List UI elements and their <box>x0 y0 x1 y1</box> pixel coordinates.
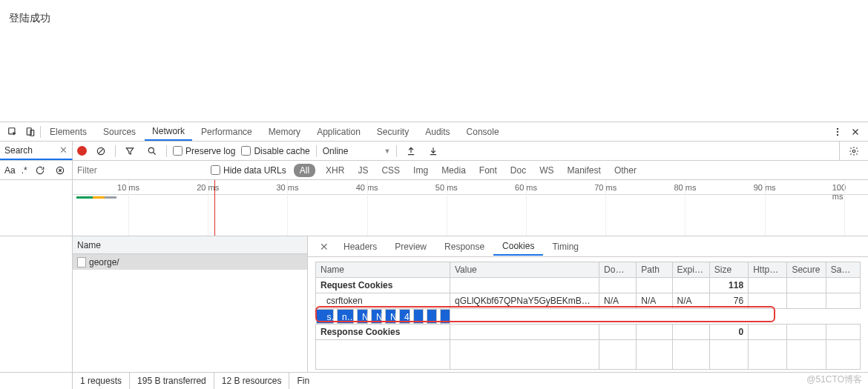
response-cookies-section: Response Cookies 0 <box>316 325 861 340</box>
tab-application[interactable]: Application <box>309 124 368 140</box>
download-har-icon[interactable] <box>425 143 441 159</box>
tab-security[interactable]: Security <box>369 124 416 140</box>
tab-sources[interactable]: Sources <box>96 124 143 140</box>
tab-network[interactable]: Network <box>145 123 192 141</box>
section-label: Request Cookies <box>316 278 450 293</box>
col-secure[interactable]: Secure <box>787 262 826 278</box>
request-list: Name george/ <box>73 236 308 372</box>
gear-icon[interactable] <box>846 143 862 159</box>
status-requests: 1 requests <box>73 373 130 389</box>
filter-type-manifest[interactable]: Manifest <box>565 164 604 177</box>
cookie-domain: N/A <box>357 309 368 324</box>
col-expires[interactable]: Expi… <box>672 262 709 278</box>
page-content: 登陆成功 <box>0 0 868 122</box>
svg-point-7 <box>148 147 154 153</box>
toolbar-divider <box>316 145 317 157</box>
svg-point-4 <box>837 130 838 132</box>
cookie-row[interactable]: csrftoken qGLlQKbf67QPNaY5GyBEKmBWVPD… N… <box>316 293 861 309</box>
tab-console[interactable]: Console <box>459 124 507 140</box>
detail-tab-preview[interactable]: Preview <box>386 239 435 255</box>
filter-toolbar: Aa .* Hide data URLs All XHR JS CSS Img … <box>0 161 868 180</box>
filter-type-ws[interactable]: WS <box>536 164 556 177</box>
cookie-path: N/A <box>371 309 382 324</box>
clear-icon[interactable] <box>93 143 109 159</box>
timeline-request-bar[interactable] <box>76 196 116 199</box>
status-resources: 12 B resources <box>214 373 290 389</box>
detail-tab-headers[interactable]: Headers <box>335 239 386 255</box>
inspect-icon[interactable] <box>4 124 21 140</box>
load-marker <box>214 180 215 236</box>
name-column-header: Name <box>77 240 101 250</box>
tab-elements[interactable]: Elements <box>42 124 94 140</box>
search-drawer-tab[interactable]: Search ✕ <box>0 142 73 160</box>
filter-type-css[interactable]: CSS <box>378 164 403 177</box>
hide-data-urls-checkbox[interactable]: Hide data URLs <box>211 165 286 176</box>
filter-type-other[interactable]: Other <box>611 164 640 177</box>
col-path[interactable]: Path <box>637 262 672 278</box>
request-row[interactable]: george/ <box>73 254 307 270</box>
timeline-overview[interactable]: 10 ms20 ms30 ms40 ms50 ms60 ms70 ms80 ms… <box>0 180 868 236</box>
throttling-select[interactable]: Online▼ <box>323 146 391 156</box>
detail-tab-timing[interactable]: Timing <box>543 239 588 255</box>
tab-audits[interactable]: Audits <box>418 124 457 140</box>
status-finish: Fin <box>289 373 317 389</box>
filter-type-media[interactable]: Media <box>438 164 469 177</box>
devtools-panel: Elements Sources Network Performance Mem… <box>0 122 868 389</box>
cookie-value: qGLlQKbf67QPNaY5GyBEKmBWVPD… <box>450 293 599 309</box>
cookie-path: N/A <box>637 293 672 309</box>
cookies-table: Name Value Dom… Path Expi… Size Http… Se… <box>315 262 861 370</box>
close-search-icon[interactable]: ✕ <box>59 144 68 156</box>
cookie-expires: N/A <box>672 293 709 309</box>
close-devtools-icon[interactable] <box>847 124 864 140</box>
chevron-down-icon: ▼ <box>384 147 390 155</box>
toolbar-divider <box>115 145 116 157</box>
col-value[interactable]: Value <box>450 262 599 278</box>
cookie-row-selected[interactable]: sessionid nzeageiuk6kky1p4ks2fdtd5ev5hal… <box>316 309 450 324</box>
timeline-main: 10 ms20 ms30 ms40 ms50 ms60 ms70 ms80 ms… <box>73 180 868 236</box>
request-list-header[interactable]: Name <box>73 236 307 254</box>
cookie-value: nzeageiuk6kky1p4ks2fdtd5ev5haly2 <box>337 309 354 324</box>
disable-cache-checkbox[interactable]: Disable cache <box>241 146 309 156</box>
more-icon[interactable] <box>829 124 846 140</box>
filter-input[interactable] <box>77 165 203 176</box>
statusbar-gutter <box>0 373 73 389</box>
filter-type-img[interactable]: Img <box>410 164 431 177</box>
request-detail: ✕ Headers Preview Response Cookies Timin… <box>308 236 868 372</box>
online-label: Online <box>323 146 349 156</box>
refresh-icon[interactable] <box>33 162 47 179</box>
detail-tab-response[interactable]: Response <box>435 239 493 255</box>
filter-type-font[interactable]: Font <box>476 164 500 177</box>
filter-type-all[interactable]: All <box>294 164 315 177</box>
preserve-log-checkbox[interactable]: Preserve log <box>173 146 235 156</box>
col-name[interactable]: Name <box>316 262 450 278</box>
record-button[interactable] <box>77 146 87 156</box>
clear-search-icon[interactable] <box>53 162 68 179</box>
device-toggle-icon[interactable] <box>22 124 39 140</box>
col-http[interactable]: Http… <box>749 262 787 278</box>
disable-cache-label: Disable cache <box>254 146 309 156</box>
col-domain[interactable]: Dom… <box>599 262 637 278</box>
tab-memory[interactable]: Memory <box>261 124 308 140</box>
close-detail-icon[interactable]: ✕ <box>314 241 335 253</box>
cookie-expires: N/A <box>385 309 396 324</box>
filter-type-doc[interactable]: Doc <box>507 164 529 177</box>
detail-tab-cookies[interactable]: Cookies <box>493 238 543 256</box>
request-cookies-section: Request Cookies 118 <box>316 278 861 293</box>
match-case-button[interactable]: Aa <box>4 165 16 176</box>
filter-icon[interactable] <box>122 143 138 159</box>
network-toolbar: Search ✕ Preserve log Disable cache Onli… <box>0 142 868 161</box>
search-icon[interactable] <box>144 143 160 159</box>
filter-type-xhr[interactable]: XHR <box>323 164 347 177</box>
cookie-size: 76 <box>709 293 748 309</box>
regex-button[interactable]: .* <box>22 165 27 176</box>
filter-type-js[interactable]: JS <box>355 164 371 177</box>
timeline-ruler: 10 ms20 ms30 ms40 ms50 ms60 ms70 ms80 ms… <box>73 180 868 195</box>
col-size[interactable]: Size <box>709 262 748 278</box>
preserve-log-label: Preserve log <box>185 146 235 156</box>
col-samesite[interactable]: Sam… <box>826 262 860 278</box>
tab-performance[interactable]: Performance <box>194 124 260 140</box>
search-label: Search <box>4 145 59 156</box>
upload-har-icon[interactable] <box>403 143 419 159</box>
cookie-name: sessionid <box>316 309 334 324</box>
timeline-gutter <box>0 180 73 236</box>
